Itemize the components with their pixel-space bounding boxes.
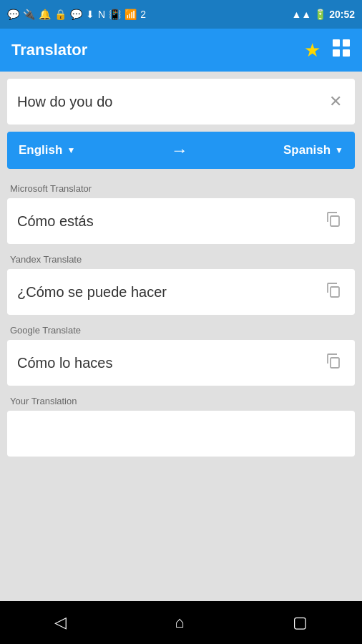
source-input-container: ✕ xyxy=(7,79,355,125)
signal-icon: ▲▲ xyxy=(291,9,311,20)
clear-button[interactable]: ✕ xyxy=(326,89,345,114)
source-input[interactable] xyxy=(17,94,326,110)
wifi-icon: 📶 xyxy=(124,9,137,20)
target-language-button[interactable]: Spanish ▼ xyxy=(283,143,343,157)
svg-rect-1 xyxy=(343,39,350,47)
vibrate-icon: 📳 xyxy=(109,9,121,20)
svg-rect-4 xyxy=(331,216,339,226)
favorite-icon[interactable]: ★ xyxy=(304,39,321,62)
nfc-icon: N xyxy=(98,9,105,20)
dictionary-icon[interactable] xyxy=(332,39,351,62)
app-title: Translator xyxy=(11,41,87,59)
microsoft-translation-card: Cómo estás xyxy=(7,198,355,244)
download-icon: ⬇ xyxy=(86,9,94,20)
google-translation-text: Cómo lo haces xyxy=(17,355,322,371)
recents-button[interactable]: ▢ xyxy=(278,608,322,638)
microsoft-translation-text: Cómo estás xyxy=(17,213,322,230)
your-translation-label: Your Translation xyxy=(7,389,355,411)
usb-icon: 🔌 xyxy=(23,9,35,20)
translations-content: Microsoft Translator Cómo estás Yandex T… xyxy=(0,176,362,601)
back-button[interactable]: ◁ xyxy=(40,608,81,638)
microsoft-copy-button[interactable] xyxy=(322,208,345,235)
target-language-label: Spanish xyxy=(283,143,331,157)
yandex-provider-label: Yandex Translate xyxy=(7,247,355,269)
app-bar-actions: ★ xyxy=(304,39,351,62)
google-provider-label: Google Translate xyxy=(7,318,355,340)
source-language-label: English xyxy=(19,143,62,157)
google-translation-card: Cómo lo haces xyxy=(7,340,355,386)
yandex-copy-button[interactable] xyxy=(322,278,345,306)
home-button[interactable]: ⌂ xyxy=(160,608,198,638)
vpn-icon: 🔒 xyxy=(54,9,67,20)
yandex-translation-text: ¿Cómo se puede hacer xyxy=(17,284,322,301)
app-bar: Translator ★ xyxy=(0,29,362,72)
your-translation-card xyxy=(7,411,355,457)
yandex-translation-card: ¿Cómo se puede hacer xyxy=(7,269,355,315)
status-bar: 💬 🔌 🔔 🔒 💬 ⬇ N 📳 📶 2 ▲▲ 🔋 20:52 xyxy=(0,0,362,29)
target-language-dropdown-icon: ▼ xyxy=(335,145,343,155)
svg-rect-2 xyxy=(333,49,340,57)
google-copy-button[interactable] xyxy=(322,349,345,376)
navigation-bar: ◁ ⌂ ▢ xyxy=(0,601,362,644)
status-bar-left: 💬 🔌 🔔 🔒 💬 ⬇ N 📳 📶 2 xyxy=(7,9,146,20)
notification-icon: 🔔 xyxy=(39,9,51,20)
swap-languages-arrow[interactable]: → xyxy=(171,140,188,160)
sim-icon: 2 xyxy=(140,9,146,20)
svg-rect-5 xyxy=(331,287,339,297)
microsoft-provider-label: Microsoft Translator xyxy=(7,176,355,198)
svg-rect-3 xyxy=(343,49,350,57)
svg-rect-0 xyxy=(333,39,340,47)
svg-rect-6 xyxy=(331,358,339,368)
battery-icon: 🔋 xyxy=(314,9,326,20)
message-icon: 💬 xyxy=(7,9,19,20)
status-time: 20:52 xyxy=(329,9,355,20)
source-language-button[interactable]: English ▼ xyxy=(19,143,75,157)
source-language-dropdown-icon: ▼ xyxy=(67,145,75,155)
language-selector: English ▼ → Spanish ▼ xyxy=(7,132,355,169)
status-bar-right: ▲▲ 🔋 20:52 xyxy=(291,9,355,20)
chat-icon: 💬 xyxy=(70,9,82,20)
your-translation-input[interactable] xyxy=(17,414,345,453)
